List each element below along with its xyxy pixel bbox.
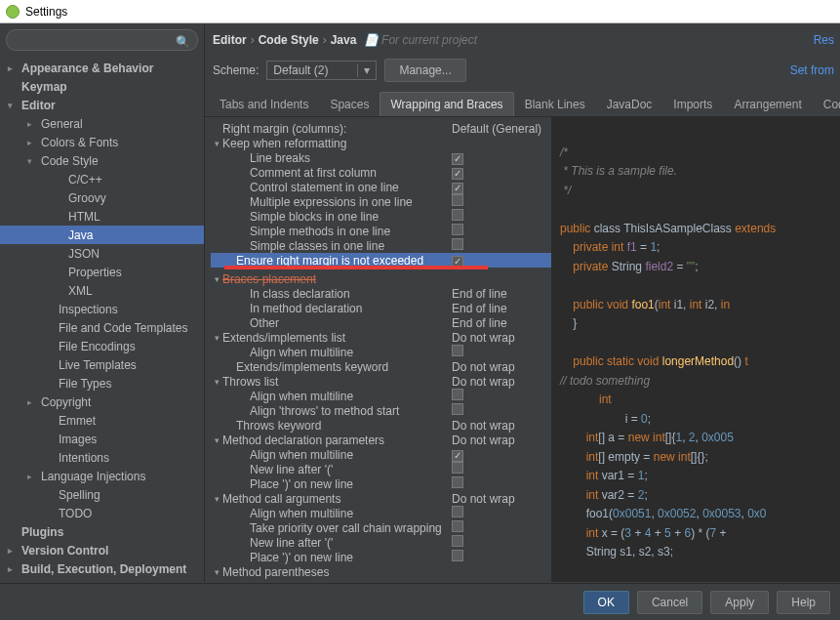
option-row[interactable]: New line after '(' — [211, 535, 551, 550]
option-row[interactable]: Simple classes in one line — [211, 238, 551, 253]
apply-button[interactable]: Apply — [710, 591, 769, 614]
tab-spaces[interactable]: Spaces — [319, 92, 380, 116]
option-row[interactable]: Multiple expressions in one line — [211, 194, 551, 209]
sidebar-item-properties[interactable]: Properties — [0, 263, 204, 281]
option-row[interactable]: ▾Extends/implements listDo not wrap — [211, 330, 551, 345]
sidebar-item-c-c-[interactable]: C/C++ — [0, 170, 204, 188]
checkbox[interactable] — [452, 224, 463, 235]
option-row[interactable]: In method declarationEnd of line — [211, 301, 551, 315]
checkbox[interactable] — [452, 403, 463, 415]
scheme-select[interactable]: Default (2) ▾ — [266, 61, 377, 80]
option-row[interactable]: ▾Method declaration parametersDo not wra… — [211, 433, 551, 447]
option-row[interactable]: Align when multiline — [211, 447, 551, 462]
option-value[interactable]: Do not wrap — [452, 331, 545, 345]
checkbox[interactable] — [452, 194, 463, 206]
sidebar-item-languages-frameworks[interactable]: ▸Languages & Frameworks — [0, 578, 204, 582]
sidebar-item-version-control[interactable]: ▸Version Control — [0, 541, 204, 559]
option-value[interactable]: Do not wrap — [452, 434, 545, 447]
option-value[interactable]: End of line — [452, 316, 545, 330]
option-row[interactable]: Align 'throws' to method start — [211, 403, 551, 418]
option-value[interactable]: End of line — [452, 302, 545, 315]
manage-button[interactable]: Manage... — [384, 59, 465, 82]
option-row[interactable]: Throws keywordDo not wrap — [211, 418, 551, 433]
sidebar-item-html[interactable]: HTML — [0, 207, 204, 226]
option-row[interactable]: OtherEnd of line — [211, 315, 551, 330]
sidebar-item-keymap[interactable]: Keymap — [0, 77, 204, 96]
ok-button[interactable]: OK — [583, 591, 629, 614]
help-button[interactable]: Help — [777, 591, 830, 614]
sidebar-item-json[interactable]: JSON — [0, 244, 204, 263]
option-row[interactable]: Align when multiline — [211, 389, 551, 403]
option-row[interactable]: Place ')' on new line — [211, 476, 551, 491]
search-icon[interactable]: 🔍 — [176, 35, 190, 49]
option-row[interactable]: Place ')' on new line — [211, 550, 551, 564]
checkbox[interactable] — [452, 476, 463, 488]
cancel-button[interactable]: Cancel — [637, 591, 702, 614]
option-value[interactable]: Do not wrap — [452, 375, 545, 389]
sidebar-item-file-encodings[interactable]: File Encodings — [0, 337, 204, 355]
tab-tabs-and-indents[interactable]: Tabs and Indents — [209, 92, 319, 116]
sidebar-item-images[interactable]: Images — [0, 430, 204, 448]
checkbox[interactable] — [452, 168, 463, 180]
option-row[interactable]: Simple methods in one line — [211, 224, 551, 238]
settings-tree[interactable]: ▸Appearance & BehaviorKeymap▾Editor▸Gene… — [0, 57, 204, 582]
sidebar-item-editor[interactable]: ▾Editor — [0, 96, 204, 114]
option-value[interactable]: Default (General) — [452, 122, 545, 136]
sidebar-item-file-and-code-templates[interactable]: File and Code Templates — [0, 318, 204, 337]
search-input[interactable] — [6, 29, 198, 51]
tab-wrapping-and-braces[interactable]: Wrapping and Braces — [380, 92, 513, 116]
breadcrumb-editor[interactable]: Editor — [213, 33, 247, 47]
option-row[interactable]: In class declarationEnd of line — [211, 286, 551, 301]
caret-down-icon[interactable]: ▾ — [357, 63, 370, 77]
checkbox[interactable] — [452, 535, 463, 547]
sidebar-item-colors-fonts[interactable]: ▸Colors & Fonts — [0, 133, 204, 151]
sidebar-item-todo[interactable]: TODO — [0, 504, 204, 522]
checkbox[interactable] — [452, 450, 463, 462]
sidebar-item-general[interactable]: ▸General — [0, 114, 204, 133]
option-value[interactable]: Do not wrap — [452, 419, 545, 433]
breadcrumb-codestyle[interactable]: Code Style — [259, 33, 319, 47]
set-from-link[interactable]: Set from — [790, 63, 834, 77]
sidebar-item-copyright[interactable]: ▸Copyright — [0, 393, 204, 411]
checkbox[interactable] — [452, 345, 463, 356]
option-row[interactable]: Take priority over call chain wrapping — [211, 520, 551, 535]
option-row[interactable]: Line breaks — [211, 150, 551, 165]
sidebar-item-plugins[interactable]: Plugins — [0, 522, 204, 541]
checkbox[interactable] — [452, 550, 463, 561]
sidebar-item-build-execution-deployment[interactable]: ▸Build, Execution, Deployment — [0, 559, 204, 578]
option-value[interactable]: Do not wrap — [452, 360, 545, 374]
sidebar-item-inspections[interactable]: Inspections — [0, 300, 204, 318]
sidebar-item-spelling[interactable]: Spelling — [0, 485, 204, 504]
option-row[interactable]: ▾Throws listDo not wrap — [211, 374, 551, 389]
reset-link[interactable]: Res — [814, 33, 834, 47]
checkbox[interactable] — [452, 506, 463, 517]
sidebar-item-emmet[interactable]: Emmet — [0, 411, 204, 430]
option-row[interactable]: Simple blocks in one line — [211, 209, 551, 224]
checkbox[interactable] — [452, 462, 463, 474]
option-row[interactable]: ▾Keep when reformatting — [211, 136, 551, 150]
option-value[interactable]: Do not wrap — [452, 492, 545, 506]
checkbox[interactable] — [452, 238, 463, 250]
tab-arrangement[interactable]: Arrangement — [723, 92, 812, 116]
sidebar-item-code-style[interactable]: ▾Code Style — [0, 151, 204, 170]
tab-blank-lines[interactable]: Blank Lines — [514, 92, 596, 116]
checkbox[interactable] — [452, 183, 463, 194]
option-row[interactable]: ▾Method call argumentsDo not wrap — [211, 491, 551, 506]
option-row[interactable]: Right margin (columns):Default (General) — [211, 121, 551, 136]
option-value[interactable]: End of line — [452, 287, 545, 301]
option-row[interactable]: New line after '(' — [211, 462, 551, 476]
checkbox[interactable] — [452, 153, 463, 165]
wrapping-options-panel[interactable]: Right margin (columns):Default (General)… — [205, 117, 552, 582]
option-row[interactable]: ▾Braces placement — [211, 271, 551, 286]
option-row[interactable]: Comment at first column — [211, 165, 551, 180]
sidebar-item-language-injections[interactable]: ▸Language Injections — [0, 467, 204, 485]
tab-code-generation[interactable]: Code Generation — [813, 92, 840, 116]
option-row[interactable]: Align when multiline — [211, 506, 551, 520]
option-row[interactable]: Align when multiline — [211, 345, 551, 359]
tab-imports[interactable]: Imports — [662, 92, 723, 116]
sidebar-item-java[interactable]: Java — [0, 226, 204, 244]
checkbox[interactable] — [452, 209, 463, 221]
checkbox[interactable] — [452, 520, 463, 532]
checkbox[interactable] — [452, 389, 463, 400]
option-row[interactable]: Extends/implements keywordDo not wrap — [211, 359, 551, 374]
